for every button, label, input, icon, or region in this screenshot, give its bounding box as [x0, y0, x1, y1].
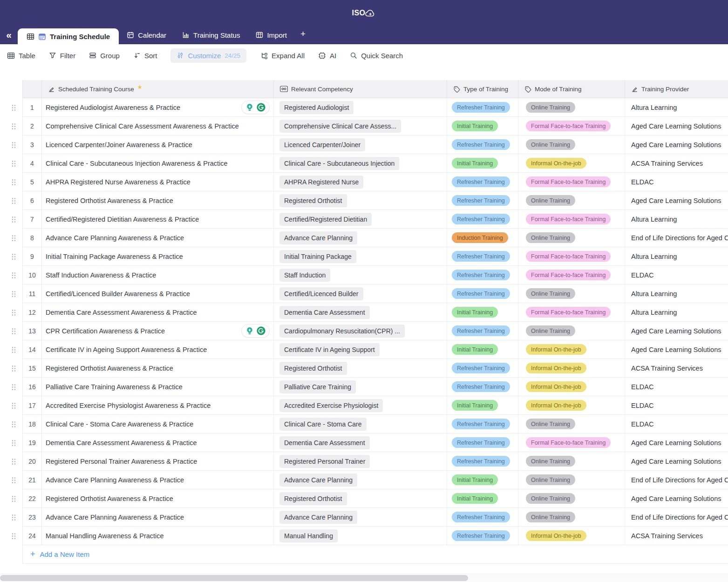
- drag-handle[interactable]: [11, 495, 16, 502]
- drag-handle[interactable]: [11, 179, 16, 186]
- filter-button[interactable]: Filter: [49, 52, 75, 60]
- competency-cell[interactable]: Staff Induction: [274, 266, 447, 284]
- provider-cell[interactable]: Aged Care Learning Solutions: [625, 135, 728, 154]
- competency-cell[interactable]: Certified/Licenced Builder: [274, 284, 447, 303]
- competency-cell[interactable]: Initial Training Package: [274, 247, 447, 266]
- mode-cell[interactable]: Online Training: [518, 191, 625, 210]
- mode-cell[interactable]: Online Training: [518, 284, 625, 303]
- provider-cell[interactable]: ELDAC: [625, 378, 728, 396]
- course-cell[interactable]: Advance Care Planning Awareness & Practi…: [42, 471, 274, 489]
- type-badge[interactable]: Initial Training: [452, 344, 498, 355]
- course-cell[interactable]: Staff Induction Awareness & Practice: [42, 266, 274, 284]
- provider-cell[interactable]: Aged Care Learning Solutions: [625, 433, 728, 452]
- provider-cell[interactable]: Aged Care Learning Solutions: [625, 191, 728, 210]
- add-tab-button[interactable]: +: [295, 26, 311, 44]
- type-cell[interactable]: Refresher Training: [447, 322, 518, 340]
- mode-badge[interactable]: Online Training: [526, 419, 575, 429]
- course-cell[interactable]: Licenced Carpenter/Joiner Awareness & Pr…: [42, 135, 274, 154]
- type-cell[interactable]: Initial Training: [447, 154, 518, 173]
- table-view-button[interactable]: Table: [7, 52, 35, 60]
- course-cell[interactable]: Palliative Care Training Awareness & Pra…: [42, 378, 274, 396]
- tab-calendar[interactable]: Calendar: [119, 26, 174, 44]
- provider-cell[interactable]: End of Life Directions for Aged Care: [625, 471, 728, 489]
- type-cell[interactable]: Refresher Training: [447, 433, 518, 452]
- mode-badge[interactable]: Formal Face-to-face Training: [526, 176, 611, 187]
- type-cell[interactable]: Refresher Training: [447, 173, 518, 191]
- competency-chip[interactable]: Registered Personal Trainer: [279, 455, 370, 468]
- type-badge[interactable]: Induction Training: [452, 232, 508, 243]
- type-cell[interactable]: Refresher Training: [447, 210, 518, 229]
- competency-cell[interactable]: Clinical Care - Subcutaneous Injection: [274, 154, 447, 173]
- sort-button[interactable]: Sort: [133, 52, 157, 60]
- competency-chip[interactable]: Clinical Care - Stoma Care: [279, 418, 367, 431]
- provider-cell[interactable]: Aged Care Learning Solutions: [625, 322, 728, 340]
- mode-cell[interactable]: Formal Face-to-face Training: [518, 117, 625, 135]
- type-cell[interactable]: Refresher Training: [447, 359, 518, 378]
- drag-handle[interactable]: [11, 440, 16, 447]
- quick-search-button[interactable]: Quick Search: [350, 52, 403, 60]
- suggestion-lightbulb-icon[interactable]: [245, 326, 254, 336]
- type-badge[interactable]: Refresher Training: [452, 214, 510, 224]
- drag-handle[interactable]: [11, 309, 16, 316]
- competency-cell[interactable]: Cardiopulmonary Resuscitation(CPR) ...: [274, 322, 447, 340]
- expand-all-button[interactable]: Expand All: [260, 52, 305, 60]
- course-cell[interactable]: Certified/Registered Dietitian Awareness…: [42, 210, 274, 229]
- competency-cell[interactable]: Manual Handling: [274, 527, 447, 545]
- provider-cell[interactable]: Altura Learning: [625, 303, 728, 322]
- drag-handle[interactable]: [11, 346, 16, 353]
- drag-handle[interactable]: [11, 123, 16, 130]
- type-badge[interactable]: Refresher Training: [452, 419, 510, 429]
- suggestion-lightbulb-icon[interactable]: [245, 103, 254, 112]
- competency-cell[interactable]: Licenced Carpenter/Joiner: [274, 135, 447, 154]
- type-cell[interactable]: Refresher Training: [447, 284, 518, 303]
- mode-cell[interactable]: Online Training: [518, 489, 625, 508]
- type-badge[interactable]: Refresher Training: [452, 102, 510, 113]
- competency-chip[interactable]: Staff Induction: [279, 269, 330, 282]
- competency-cell[interactable]: Comprehensive Clinical Care Assess...: [274, 117, 447, 135]
- tab-training-status[interactable]: Training Status: [174, 26, 248, 44]
- horizontal-scrollbar[interactable]: [0, 574, 728, 582]
- mode-cell[interactable]: Online Training: [518, 471, 625, 489]
- mode-cell[interactable]: Informal On-the-job: [518, 340, 625, 359]
- column-header-competency[interactable]: Relevant Competency: [274, 80, 447, 98]
- drag-handle[interactable]: [11, 272, 16, 279]
- course-cell[interactable]: Registered Orthotist Awareness & Practic…: [42, 489, 274, 508]
- competency-chip[interactable]: Manual Handling: [279, 529, 338, 542]
- mode-cell[interactable]: Formal Face-to-face Training: [518, 266, 625, 284]
- tab-training-schedule[interactable]: Training Schedule: [18, 28, 119, 44]
- mode-badge[interactable]: Informal On-the-job: [526, 344, 586, 355]
- course-cell[interactable]: Dementia Care Assessment Awareness & Pra…: [42, 303, 274, 322]
- mode-badge[interactable]: Online Training: [526, 493, 575, 504]
- drag-handle[interactable]: [11, 142, 16, 149]
- mode-cell[interactable]: Online Training: [518, 415, 625, 433]
- competency-cell[interactable]: Palliative Care Training: [274, 378, 447, 396]
- add-new-item-button[interactable]: + Add a New Item: [22, 545, 728, 564]
- provider-cell[interactable]: Altura Learning: [625, 284, 728, 303]
- drag-handle[interactable]: [11, 328, 16, 335]
- drag-handle[interactable]: [11, 235, 16, 242]
- type-badge[interactable]: Refresher Training: [452, 456, 510, 467]
- competency-chip[interactable]: Dementia Care Assessment: [279, 436, 370, 449]
- course-cell[interactable]: Certificate IV in Ageing Support Awarene…: [42, 340, 274, 359]
- competency-cell[interactable]: Registered Audiologist: [274, 98, 447, 117]
- competency-chip[interactable]: Registered Audiologist: [279, 101, 354, 114]
- competency-chip[interactable]: Certificate IV in Ageing Support: [279, 343, 380, 356]
- mode-badge[interactable]: Informal On-the-job: [526, 381, 586, 392]
- drag-handle[interactable]: [11, 477, 16, 484]
- type-cell[interactable]: Refresher Training: [447, 378, 518, 396]
- competency-chip[interactable]: Registered Orthotist: [279, 194, 347, 207]
- mode-badge[interactable]: Formal Face-to-face Training: [526, 437, 611, 448]
- competency-cell[interactable]: AHPRA Registered Nurse: [274, 173, 447, 191]
- course-cell[interactable]: Registered Orthotist Awareness & Practic…: [42, 359, 274, 378]
- course-cell[interactable]: Manual Handling Awareness & Practice: [42, 527, 274, 545]
- column-header-mode[interactable]: Mode of Training: [518, 80, 625, 98]
- type-badge[interactable]: Refresher Training: [452, 195, 510, 206]
- type-badge[interactable]: Refresher Training: [452, 530, 510, 541]
- course-cell[interactable]: Registered Audiologist Awareness & Pract…: [42, 98, 274, 117]
- type-badge[interactable]: Initial Training: [452, 493, 498, 504]
- type-badge[interactable]: Refresher Training: [452, 251, 510, 262]
- competency-chip[interactable]: Registered Orthotist: [279, 492, 347, 505]
- competency-chip[interactable]: Certified/Licenced Builder: [279, 287, 363, 300]
- provider-cell[interactable]: ELDAC: [625, 415, 728, 433]
- provider-cell[interactable]: ACSA Training Services: [625, 359, 728, 378]
